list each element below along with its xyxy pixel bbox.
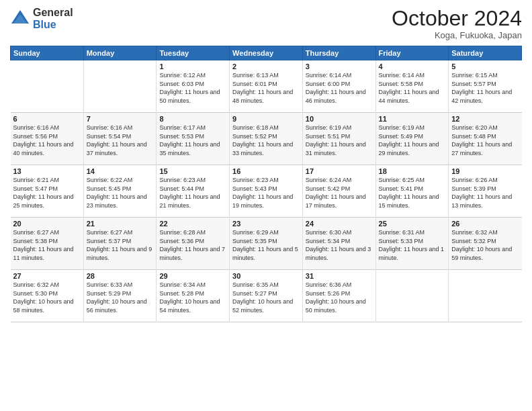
day-header-wednesday: Wednesday xyxy=(230,46,303,60)
cell-info: Sunrise: 6:21 AM Sunset: 5:47 PM Dayligh… xyxy=(13,176,81,210)
calendar-cell: 21Sunrise: 6:27 AM Sunset: 5:37 PM Dayli… xyxy=(83,218,157,270)
day-header-saturday: Saturday xyxy=(449,46,522,60)
cell-info: Sunrise: 6:30 AM Sunset: 5:34 PM Dayligh… xyxy=(306,228,373,262)
cell-info: Sunrise: 6:35 AM Sunset: 5:27 PM Dayligh… xyxy=(232,281,300,314)
day-number: 11 xyxy=(379,115,446,123)
day-number: 30 xyxy=(232,272,300,280)
cell-info: Sunrise: 6:27 AM Sunset: 5:37 PM Dayligh… xyxy=(87,228,154,262)
logo-general: General xyxy=(33,7,73,19)
calendar-cell: 30Sunrise: 6:35 AM Sunset: 5:27 PM Dayli… xyxy=(230,270,303,322)
cell-info: Sunrise: 6:16 AM Sunset: 5:56 PM Dayligh… xyxy=(13,124,81,157)
calendar-cell: 23Sunrise: 6:29 AM Sunset: 5:35 PM Dayli… xyxy=(230,218,303,270)
day-number: 2 xyxy=(232,62,300,71)
day-number: 31 xyxy=(306,272,373,280)
day-header-tuesday: Tuesday xyxy=(157,46,230,60)
calendar-cell: 5Sunrise: 6:15 AM Sunset: 5:57 PM Daylig… xyxy=(449,60,522,113)
calendar-cell: 25Sunrise: 6:31 AM Sunset: 5:33 PM Dayli… xyxy=(375,218,449,270)
day-number: 5 xyxy=(451,62,519,71)
cell-info: Sunrise: 6:36 AM Sunset: 5:26 PM Dayligh… xyxy=(306,281,373,314)
day-number: 8 xyxy=(159,115,226,123)
calendar-cell: 14Sunrise: 6:22 AM Sunset: 5:45 PM Dayli… xyxy=(83,165,157,218)
cell-info: Sunrise: 6:24 AM Sunset: 5:42 PM Dayligh… xyxy=(306,176,373,210)
cell-info: Sunrise: 6:34 AM Sunset: 5:28 PM Dayligh… xyxy=(159,281,226,314)
cell-info: Sunrise: 6:29 AM Sunset: 5:35 PM Dayligh… xyxy=(232,228,300,262)
cell-info: Sunrise: 6:23 AM Sunset: 5:43 PM Dayligh… xyxy=(232,176,300,210)
cell-info: Sunrise: 6:33 AM Sunset: 5:29 PM Dayligh… xyxy=(87,281,154,314)
day-number: 19 xyxy=(451,167,519,175)
calendar-cell: 10Sunrise: 6:19 AM Sunset: 5:51 PM Dayli… xyxy=(302,113,375,165)
cell-info: Sunrise: 6:31 AM Sunset: 5:33 PM Dayligh… xyxy=(379,228,446,262)
calendar-cell xyxy=(83,60,157,113)
week-row-3: 13Sunrise: 6:21 AM Sunset: 5:47 PM Dayli… xyxy=(11,165,522,218)
day-number: 26 xyxy=(451,220,519,228)
calendar-cell: 20Sunrise: 6:27 AM Sunset: 5:38 PM Dayli… xyxy=(11,218,84,270)
day-number: 12 xyxy=(451,115,519,123)
calendar-cell: 11Sunrise: 6:19 AM Sunset: 5:49 PM Dayli… xyxy=(375,113,449,165)
cell-info: Sunrise: 6:19 AM Sunset: 5:49 PM Dayligh… xyxy=(379,124,446,157)
calendar-cell: 13Sunrise: 6:21 AM Sunset: 5:47 PM Dayli… xyxy=(11,165,84,218)
calendar-cell: 2Sunrise: 6:13 AM Sunset: 6:01 PM Daylig… xyxy=(230,60,303,113)
cell-info: Sunrise: 6:14 AM Sunset: 6:00 PM Dayligh… xyxy=(306,71,373,105)
day-number: 18 xyxy=(379,167,446,175)
cell-info: Sunrise: 6:32 AM Sunset: 5:30 PM Dayligh… xyxy=(13,281,81,314)
logo-text: General Blue xyxy=(33,7,73,30)
cell-info: Sunrise: 6:20 AM Sunset: 5:48 PM Dayligh… xyxy=(451,124,519,157)
cell-info: Sunrise: 6:18 AM Sunset: 5:52 PM Dayligh… xyxy=(232,124,300,157)
location-subtitle: Koga, Fukuoka, Japan xyxy=(392,30,522,40)
day-number: 4 xyxy=(379,62,446,71)
day-number: 28 xyxy=(87,272,154,280)
cell-info: Sunrise: 6:26 AM Sunset: 5:39 PM Dayligh… xyxy=(451,176,519,210)
day-number: 16 xyxy=(232,167,300,175)
calendar-cell: 9Sunrise: 6:18 AM Sunset: 5:52 PM Daylig… xyxy=(230,113,303,165)
calendar-cell: 17Sunrise: 6:24 AM Sunset: 5:42 PM Dayli… xyxy=(302,165,375,218)
cell-info: Sunrise: 6:19 AM Sunset: 5:51 PM Dayligh… xyxy=(306,124,373,157)
logo-blue: Blue xyxy=(33,19,73,31)
day-header-thursday: Thursday xyxy=(302,46,375,60)
day-number: 21 xyxy=(87,220,154,228)
calendar-cell: 3Sunrise: 6:14 AM Sunset: 6:00 PM Daylig… xyxy=(302,60,375,113)
day-header-monday: Monday xyxy=(83,46,157,60)
calendar-cell: 22Sunrise: 6:28 AM Sunset: 5:36 PM Dayli… xyxy=(157,218,230,270)
calendar-table: SundayMondayTuesdayWednesdayThursdayFrid… xyxy=(10,46,522,322)
calendar-cell: 26Sunrise: 6:32 AM Sunset: 5:32 PM Dayli… xyxy=(449,218,522,270)
day-number: 13 xyxy=(13,167,81,175)
logo-icon xyxy=(10,9,30,29)
calendar-cell xyxy=(11,60,84,113)
day-number: 23 xyxy=(232,220,300,228)
month-title: October 2024 xyxy=(392,7,522,30)
cell-info: Sunrise: 6:16 AM Sunset: 5:54 PM Dayligh… xyxy=(87,124,154,157)
calendar-cell: 27Sunrise: 6:32 AM Sunset: 5:30 PM Dayli… xyxy=(11,270,84,322)
day-header-friday: Friday xyxy=(375,46,449,60)
cell-info: Sunrise: 6:23 AM Sunset: 5:44 PM Dayligh… xyxy=(159,176,226,210)
calendar-cell: 31Sunrise: 6:36 AM Sunset: 5:26 PM Dayli… xyxy=(302,270,375,322)
page: General Blue October 2024 Koga, Fukuoka,… xyxy=(0,0,532,411)
cell-info: Sunrise: 6:22 AM Sunset: 5:45 PM Dayligh… xyxy=(87,176,154,210)
week-row-5: 27Sunrise: 6:32 AM Sunset: 5:30 PM Dayli… xyxy=(11,270,522,322)
calendar-cell xyxy=(449,270,522,322)
day-number: 9 xyxy=(232,115,300,123)
day-number: 27 xyxy=(13,272,81,280)
week-row-1: 1Sunrise: 6:12 AM Sunset: 6:03 PM Daylig… xyxy=(11,60,522,113)
day-number: 6 xyxy=(13,115,81,123)
day-number: 15 xyxy=(159,167,226,175)
cell-info: Sunrise: 6:13 AM Sunset: 6:01 PM Dayligh… xyxy=(232,71,300,105)
day-number: 10 xyxy=(306,115,373,123)
day-header-sunday: Sunday xyxy=(11,46,84,60)
cell-info: Sunrise: 6:17 AM Sunset: 5:53 PM Dayligh… xyxy=(159,124,226,157)
day-number: 3 xyxy=(306,62,373,71)
cell-info: Sunrise: 6:15 AM Sunset: 5:57 PM Dayligh… xyxy=(451,71,519,105)
day-number: 25 xyxy=(379,220,446,228)
cell-info: Sunrise: 6:14 AM Sunset: 5:58 PM Dayligh… xyxy=(379,71,446,105)
cell-info: Sunrise: 6:27 AM Sunset: 5:38 PM Dayligh… xyxy=(13,228,81,262)
day-number: 22 xyxy=(159,220,226,228)
cell-info: Sunrise: 6:12 AM Sunset: 6:03 PM Dayligh… xyxy=(159,71,226,105)
calendar-cell: 24Sunrise: 6:30 AM Sunset: 5:34 PM Dayli… xyxy=(302,218,375,270)
week-row-2: 6Sunrise: 6:16 AM Sunset: 5:56 PM Daylig… xyxy=(11,113,522,165)
calendar-cell: 19Sunrise: 6:26 AM Sunset: 5:39 PM Dayli… xyxy=(449,165,522,218)
cell-info: Sunrise: 6:28 AM Sunset: 5:36 PM Dayligh… xyxy=(159,228,226,262)
calendar-cell: 8Sunrise: 6:17 AM Sunset: 5:53 PM Daylig… xyxy=(157,113,230,165)
calendar-cell: 29Sunrise: 6:34 AM Sunset: 5:28 PM Dayli… xyxy=(157,270,230,322)
day-number: 24 xyxy=(306,220,373,228)
day-number: 20 xyxy=(13,220,81,228)
week-row-4: 20Sunrise: 6:27 AM Sunset: 5:38 PM Dayli… xyxy=(11,218,522,270)
